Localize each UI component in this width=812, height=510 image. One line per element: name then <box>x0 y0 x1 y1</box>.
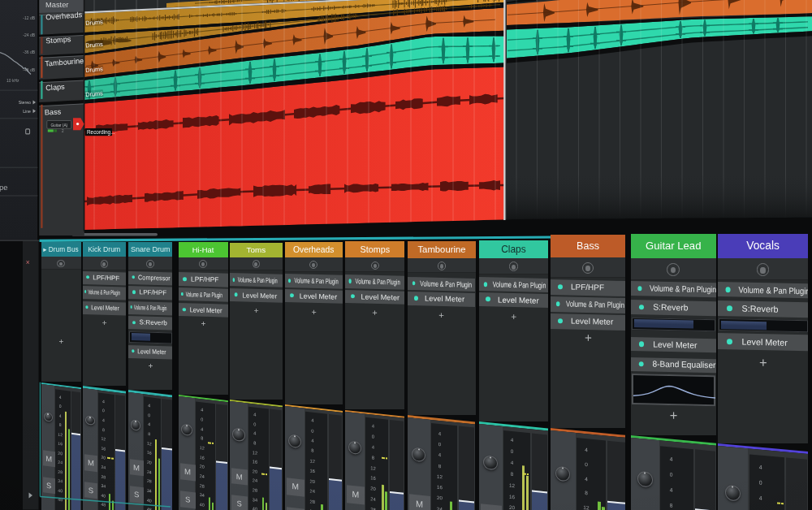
svg-text:×: × <box>26 258 30 266</box>
svg-text:pe: pe <box>0 183 8 192</box>
svg-text:Drums: Drums <box>85 41 103 50</box>
svg-text:Drums: Drums <box>85 65 103 74</box>
svg-text:Drums: Drums <box>85 18 103 27</box>
svg-text:Drums: Drums <box>85 89 103 98</box>
svg-text:-24 dB: -24 dB <box>23 32 35 37</box>
svg-text:Master: Master <box>45 1 68 9</box>
svg-text:-36 dB: -36 dB <box>23 50 35 54</box>
svg-text:Stereo: Stereo <box>19 100 31 105</box>
svg-text:-12 dB: -12 dB <box>23 15 35 20</box>
svg-text:10 kHz: 10 kHz <box>6 78 19 83</box>
svg-text:Claps: Claps <box>45 83 66 93</box>
svg-text:Guitar (A): Guitar (A) <box>50 123 67 128</box>
svg-text:2: 2 <box>62 129 64 133</box>
svg-text:Bass: Bass <box>45 107 62 116</box>
svg-text:Recording...: Recording... <box>87 129 115 136</box>
svg-text:Line: Line <box>23 109 31 114</box>
